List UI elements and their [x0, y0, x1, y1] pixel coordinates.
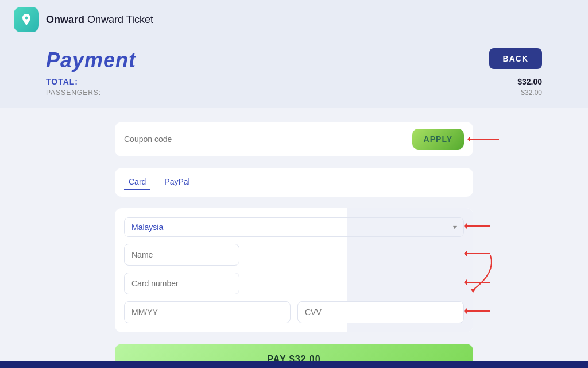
svg-marker-3 [464, 223, 467, 229]
card-form-wrapper: Malaysia ▾ [115, 208, 473, 332]
name-input[interactable] [124, 244, 239, 266]
app-logo-icon [14, 7, 39, 32]
arrow-annotation-pay [456, 250, 502, 298]
cvv-input[interactable] [297, 301, 464, 323]
tab-paypal[interactable]: PayPal [160, 175, 194, 190]
app-name: Onward Onward Ticket [46, 14, 153, 26]
arrow-annotation-coupon [467, 133, 502, 145]
page-title: Payment [46, 48, 136, 72]
coupon-box: APPLY [115, 122, 473, 156]
arrow-annotation-expiry [464, 305, 493, 319]
expiry-input[interactable] [124, 301, 291, 323]
total-value: $32.00 [517, 77, 542, 86]
expiry-cvv-row [124, 301, 464, 323]
svg-marker-10 [470, 289, 476, 293]
app-header: Onward Onward Ticket [0, 0, 588, 39]
svg-marker-1 [467, 136, 470, 142]
passengers-value: $32.00 [521, 89, 542, 97]
total-row: TOTAL: $32.00 [46, 77, 542, 86]
apply-coupon-button[interactable]: APPLY [412, 129, 464, 150]
page-header-section: Payment BACK TOTAL: $32.00 PASSENGERS: $… [0, 39, 588, 108]
bottom-bar [0, 361, 588, 368]
passengers-label: PASSENGERS: [46, 89, 101, 97]
tab-card[interactable]: Card [124, 175, 150, 190]
country-row: Malaysia ▾ [124, 217, 464, 237]
chevron-down-icon: ▾ [453, 223, 457, 231]
passengers-row: PASSENGERS: $32.00 [46, 89, 542, 97]
name-row [124, 244, 464, 266]
card-number-row [124, 273, 464, 294]
pay-button[interactable]: PAY $32.00 [115, 344, 473, 361]
coupon-input[interactable] [124, 135, 408, 144]
country-select[interactable]: Malaysia ▾ [124, 217, 464, 237]
card-form: Malaysia ▾ [115, 208, 473, 332]
main-content: APPLY Card PayPal Malaysia ▾ [0, 108, 588, 361]
payment-tabs: Card PayPal [115, 168, 473, 197]
coupon-section: APPLY [115, 122, 473, 156]
total-label: TOTAL: [46, 77, 78, 86]
back-button[interactable]: BACK [489, 48, 542, 69]
svg-marker-9 [464, 308, 467, 314]
card-number-input[interactable] [124, 273, 239, 294]
arrow-annotation-country [464, 220, 493, 234]
country-value: Malaysia [131, 223, 163, 232]
